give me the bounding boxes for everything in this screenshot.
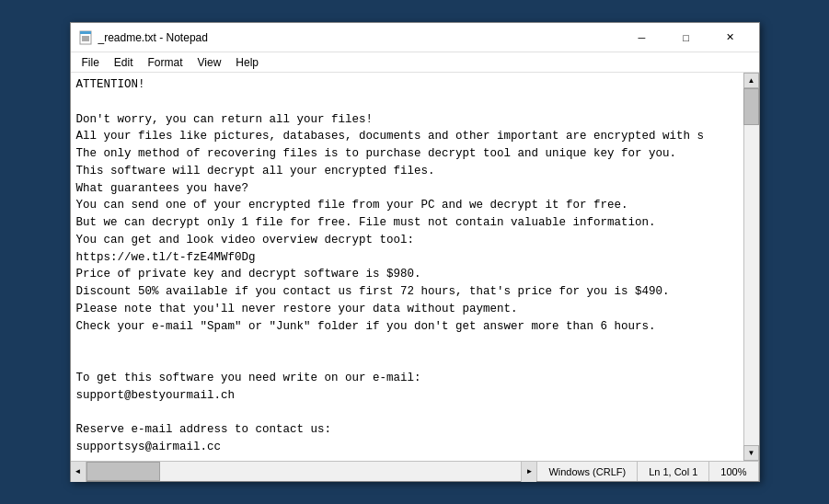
- menu-file[interactable]: File: [75, 52, 107, 73]
- h-scroll-thumb[interactable]: [86, 462, 160, 481]
- title-bar: _readme.txt - Notepad ─ □ ✕: [71, 23, 759, 52]
- app-icon: [78, 30, 93, 45]
- minimize-button[interactable]: ─: [621, 23, 663, 52]
- maximize-button[interactable]: □: [665, 23, 708, 52]
- scroll-right-arrow[interactable]: ►: [521, 462, 536, 482]
- h-scroll-track[interactable]: [86, 462, 522, 481]
- svg-rect-1: [80, 31, 91, 34]
- scroll-left-arrow[interactable]: ◄: [71, 462, 86, 482]
- cursor-position-status: Ln 1, Col 1: [638, 462, 709, 481]
- horizontal-scrollbar[interactable]: ◄ ►: [71, 462, 538, 481]
- scroll-thumb[interactable]: [743, 88, 759, 125]
- menu-help[interactable]: Help: [228, 52, 266, 73]
- status-bar: ◄ ► Windows (CRLF) Ln 1, Col 1 100%: [71, 461, 759, 481]
- line-ending-status: Windows (CRLF): [537, 462, 638, 481]
- scroll-up-arrow[interactable]: ▲: [743, 73, 759, 88]
- zoom-status: 100%: [709, 462, 758, 481]
- close-button[interactable]: ✕: [709, 23, 752, 52]
- window-title: _readme.txt - Notepad: [98, 31, 621, 44]
- text-editor[interactable]: ATTENTION! Don't worry, you can return a…: [71, 73, 743, 461]
- vertical-scrollbar[interactable]: ▲ ▼: [743, 73, 759, 461]
- menu-edit[interactable]: Edit: [107, 52, 141, 73]
- menu-bar: File Edit Format View Help: [71, 52, 759, 73]
- window-controls: ─ □ ✕: [621, 23, 752, 52]
- scroll-down-arrow[interactable]: ▼: [743, 445, 759, 461]
- scroll-track[interactable]: [743, 88, 759, 445]
- menu-view[interactable]: View: [190, 52, 229, 73]
- menu-format[interactable]: Format: [141, 52, 190, 73]
- editor-container: ATTENTION! Don't worry, you can return a…: [71, 73, 759, 461]
- notepad-window: _readme.txt - Notepad ─ □ ✕ File Edit Fo…: [70, 22, 760, 482]
